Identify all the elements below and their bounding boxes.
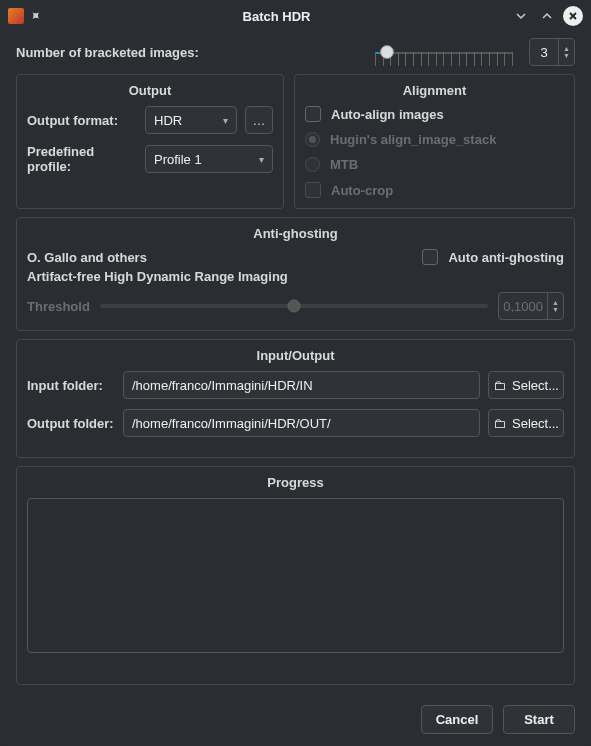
threshold-label: Threshold — [27, 299, 90, 314]
threshold-value — [499, 293, 547, 319]
hugin-label: Hugin's align_image_stack — [330, 132, 496, 147]
auto-crop-checkbox: Auto-crop — [305, 182, 564, 198]
predefined-profile-select[interactable]: Profile 1 ▾ — [145, 145, 273, 173]
bracketed-row: Number of bracketed images: ▲▼ — [16, 38, 575, 66]
spin-down-icon[interactable]: ▼ — [563, 52, 570, 59]
start-button[interactable]: Start — [503, 705, 575, 734]
bracketed-value[interactable] — [530, 39, 558, 65]
app-icon — [8, 8, 24, 24]
titlebar: ✦ Batch HDR — [0, 0, 591, 32]
auto-align-checkbox[interactable]: Auto-align images — [305, 106, 564, 122]
bracketed-spinbox[interactable]: ▲▼ — [529, 38, 575, 66]
spin-up-icon: ▲ — [552, 299, 559, 306]
folder-icon: 🗀 — [493, 378, 506, 393]
chevron-down-icon[interactable] — [511, 6, 531, 26]
progress-output — [27, 498, 564, 653]
auto-crop-label: Auto-crop — [331, 183, 393, 198]
alignment-panel: Alignment Auto-align images Hugin's alig… — [294, 74, 575, 209]
threshold-spinbox: ▲▼ — [498, 292, 564, 320]
cancel-button[interactable]: Cancel — [421, 705, 493, 734]
select-label: Select... — [512, 416, 559, 431]
mtb-radio: MTB — [305, 157, 564, 172]
output-format-more-button[interactable]: … — [245, 106, 273, 134]
pin-icon[interactable]: ✦ — [26, 6, 46, 26]
output-format-label: Output format: — [27, 113, 137, 128]
chevron-down-icon: ▾ — [259, 154, 264, 165]
spin-up-icon[interactable]: ▲ — [563, 45, 570, 52]
progress-legend: Progress — [27, 475, 564, 490]
button-bar: Cancel Start — [16, 705, 575, 734]
chevron-down-icon: ▾ — [223, 115, 228, 126]
select-output-folder-button[interactable]: 🗀 Select... — [488, 409, 564, 437]
output-panel: Output Output format: HDR ▾ … Predefined… — [16, 74, 284, 209]
select-input-folder-button[interactable]: 🗀 Select... — [488, 371, 564, 399]
antighost-line1: O. Gallo and others — [27, 250, 147, 265]
progress-panel: Progress — [16, 466, 575, 685]
bracketed-slider[interactable] — [369, 38, 519, 66]
output-format-value: HDR — [154, 113, 182, 128]
output-folder-label: Output folder: — [27, 416, 115, 431]
select-label: Select... — [512, 378, 559, 393]
antighost-panel: Anti-ghosting O. Gallo and others Auto a… — [16, 217, 575, 331]
auto-antighost-checkbox[interactable]: Auto anti-ghosting — [422, 249, 564, 265]
folder-icon: 🗀 — [493, 416, 506, 431]
io-panel: Input/Output Input folder: 🗀 Select... O… — [16, 339, 575, 458]
output-folder-field[interactable] — [123, 409, 480, 437]
input-folder-label: Input folder: — [27, 378, 115, 393]
auto-align-label: Auto-align images — [331, 107, 444, 122]
output-legend: Output — [27, 83, 273, 98]
auto-antighost-label: Auto anti-ghosting — [448, 250, 564, 265]
hugin-radio: Hugin's align_image_stack — [305, 132, 564, 147]
threshold-slider — [100, 298, 488, 314]
predefined-profile-value: Profile 1 — [154, 152, 202, 167]
bracketed-label: Number of bracketed images: — [16, 45, 199, 60]
alignment-legend: Alignment — [305, 83, 564, 98]
antighost-legend: Anti-ghosting — [27, 226, 564, 241]
predefined-profile-label: Predefined profile: — [27, 144, 137, 174]
output-format-select[interactable]: HDR ▾ — [145, 106, 237, 134]
close-icon[interactable] — [563, 6, 583, 26]
window: ✦ Batch HDR Number of bracketed images: — [0, 0, 591, 746]
window-title: Batch HDR — [48, 9, 505, 24]
input-folder-field[interactable] — [123, 371, 480, 399]
chevron-up-icon[interactable] — [537, 6, 557, 26]
antighost-line2: Artifact-free High Dynamic Range Imaging — [27, 269, 564, 284]
mtb-label: MTB — [330, 157, 358, 172]
io-legend: Input/Output — [27, 348, 564, 363]
spin-down-icon: ▼ — [552, 306, 559, 313]
content: Number of bracketed images: ▲▼ Output Ou… — [0, 32, 591, 746]
